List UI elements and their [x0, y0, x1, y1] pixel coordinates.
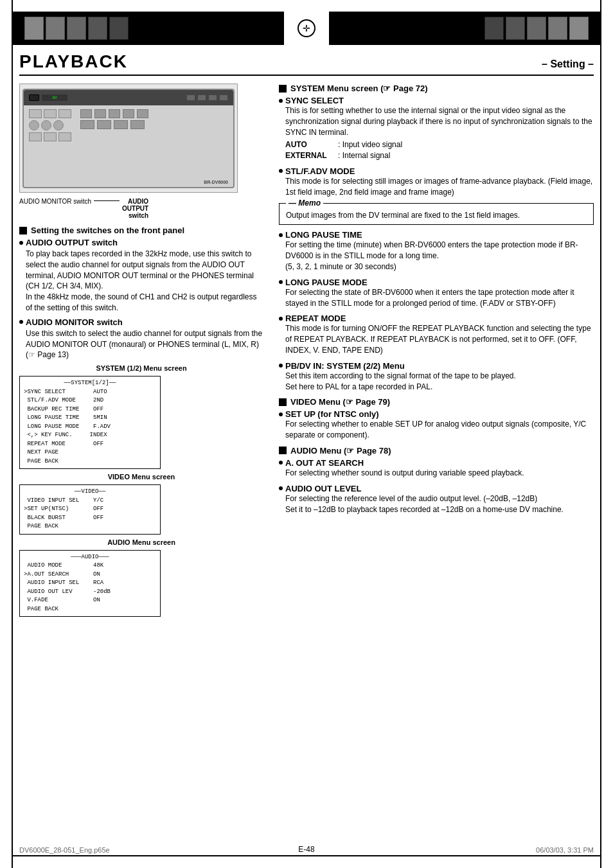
- d-knob3: [53, 120, 64, 130]
- stripe-panel-right: [484, 17, 589, 40]
- header-left: [12, 12, 284, 45]
- stripe2: [46, 17, 65, 40]
- audio-monitor-label-row: AUDIO MONITOR switch AUDIOOUTPUTswitch: [19, 198, 263, 219]
- sys-row-2: BACKUP REC TIME OFF: [24, 405, 156, 414]
- memo-body: Output images from the DV terminal are f…: [286, 210, 587, 221]
- stripe5: [109, 17, 129, 40]
- d-display: DV: [42, 94, 67, 101]
- audio-monitor-switch-text: AUDIO MONITOR switch: [19, 198, 91, 205]
- d-row1: [29, 109, 71, 118]
- set-up-title: SET UP (for NTSC only): [285, 409, 379, 419]
- pbdv-in-header: PB/DV IN: SYSTEM (2/2) Menu: [279, 361, 594, 371]
- aos-text: For selecting whether sound is output du…: [285, 468, 524, 477]
- d-knob1: [29, 120, 39, 130]
- video-menu-header: ——VIDEO——: [24, 488, 156, 497]
- audio-monitor-body: Use this switch to select the audio chan…: [26, 328, 263, 360]
- set-up-header: SET UP (for NTSC only): [279, 409, 594, 419]
- aol-dot-icon: [279, 486, 283, 490]
- lpt-dot-icon: [279, 233, 283, 237]
- audio-output-text: To play back tapes recorded in the 32kHz…: [26, 249, 257, 312]
- page-title: PLAYBACK: [19, 51, 128, 72]
- aud-row-2: AUDIO INPUT SEL RCA: [24, 579, 156, 588]
- a-out-search-header: A. OUT AT SEARCH: [279, 458, 594, 468]
- d-pb1: [80, 109, 92, 118]
- sync-select-text: This is for setting whether to use the i…: [285, 106, 592, 137]
- d-power: [29, 94, 39, 101]
- d-sel3: [114, 120, 128, 129]
- repeat-mode-title: REPEAT MODE: [285, 314, 346, 323]
- aud-row-4: V.FADE ON: [24, 596, 156, 605]
- pbdv-in-body: Set this item according to the signal fo…: [285, 371, 594, 393]
- sys-row-7: NEXT PAGE: [24, 448, 156, 457]
- system-menu-screen: ——SYSTEM[1/2]—— >SYNC SELECT AUTO STL/F.…: [19, 376, 161, 469]
- stripe-r3: [527, 17, 546, 40]
- d-btn2: [197, 94, 206, 101]
- sync-select-body: This is for setting whether to use the i…: [285, 105, 594, 161]
- auto-line: AUTO : Input video signal: [285, 139, 594, 150]
- long-pause-time-header: LONG PAUSE TIME: [279, 230, 594, 240]
- long-pause-mode-bullet: LONG PAUSE MODE For selecting the state …: [279, 278, 594, 309]
- sync-select-title: SYNC SELECT: [285, 96, 344, 105]
- d-slot5: [44, 132, 57, 141]
- aol-text: For selecting the reference level of the…: [285, 494, 564, 514]
- set-up-bullet: SET UP (for NTSC only) For selecting whe…: [279, 409, 594, 441]
- vid-row-1: >SET UP(NTSC) OFF: [24, 505, 156, 514]
- pbdv-dot-icon: [279, 364, 283, 368]
- audio-out-level-title: AUDIO OUT LEVEL: [285, 484, 361, 493]
- audio-monitor-title: AUDIO MONITOR switch: [26, 317, 123, 327]
- audio-output-header: AUDIO OUTPUT switch: [19, 238, 263, 247]
- footer-left: DV6000E_28-051_Eng.p65e: [19, 846, 110, 854]
- memo-label-icon: — Memo: [286, 199, 323, 208]
- long-pause-time-title: LONG PAUSE TIME: [285, 230, 362, 240]
- device-img-inner: DV: [20, 84, 237, 192]
- black-square-icon-r: [279, 85, 287, 93]
- a-out-search-title: A. OUT AT SEARCH: [285, 458, 364, 468]
- d-sel4: [130, 120, 145, 129]
- device-body: DV: [22, 89, 235, 188]
- sync-select-bullet: SYNC SELECT This is for setting whether …: [279, 96, 594, 161]
- video-menu-ref-title: VIDEO Menu (☞ Page 79): [290, 397, 390, 407]
- audio-output-body: To play back tapes recorded in the 32kHz…: [26, 249, 263, 314]
- audio-out-level-bullet: AUDIO OUT LEVEL For selecting the refere…: [279, 484, 594, 515]
- stripe1: [24, 17, 44, 40]
- d-row2: [29, 120, 71, 130]
- lpm-dot-icon: [279, 280, 283, 284]
- a-out-search-body: For selecting whether sound is output du…: [285, 468, 594, 479]
- right-column: SYSTEM Menu screen (☞ Page 72) SYNC SELE…: [279, 84, 594, 621]
- vid-row-2: BLACK BURST OFF: [24, 514, 156, 523]
- main-content: PLAYBACK – Setting – DV: [19, 51, 594, 842]
- audio-menu-section-header: AUDIO Menu (☞ Page 78): [279, 446, 594, 456]
- d-btn3: [208, 94, 217, 101]
- d-pb3: [109, 109, 120, 118]
- aud-row-5: PAGE BACK: [24, 605, 156, 614]
- d-center-controls: [80, 109, 228, 129]
- a-out-search-bullet: A. OUT AT SEARCH For selecting whether s…: [279, 458, 594, 479]
- pbdv-text: Set this item according to the signal fo…: [285, 371, 516, 391]
- left-column: DV: [19, 84, 263, 621]
- bullet-dot-icon2: [19, 320, 23, 324]
- d-play-row: [80, 109, 228, 118]
- stlf-adv-title: STL/F.ADV MODE: [285, 166, 355, 176]
- audio-menu-header: ———AUDIO———: [24, 553, 156, 562]
- audio-output-title: AUDIO OUTPUT switch: [26, 238, 118, 247]
- footer-right: 06/03/03, 3:31 PM: [536, 846, 594, 854]
- d-pb2: [94, 109, 106, 118]
- sync-select-header: SYNC SELECT: [279, 96, 594, 105]
- device-panel: BR-DV6000: [24, 105, 233, 145]
- d-left-controls: [29, 109, 71, 141]
- stlf-adv-body: This mode is for selecting still images …: [285, 176, 594, 198]
- system-menu-label: SYSTEM (1/2) Menu screen: [19, 364, 263, 372]
- vid-row-3: PAGE BACK: [24, 522, 156, 531]
- stripe4: [88, 17, 107, 40]
- long-pause-mode-title: LONG PAUSE MODE: [285, 278, 368, 287]
- page-subtitle: – Setting –: [542, 58, 594, 70]
- d-slot4: [29, 132, 42, 141]
- black-square-icon: [19, 227, 27, 235]
- d-knob2: [41, 120, 51, 130]
- video-menu-section-header: VIDEO Menu (☞ Page 79): [279, 397, 594, 407]
- d-slot2: [44, 109, 57, 118]
- sys-row-3: LONG PAUSE TIME 5MIN: [24, 414, 156, 423]
- title-section: PLAYBACK – Setting –: [19, 51, 594, 76]
- video-menu-label: VIDEO Menu screen: [19, 473, 263, 481]
- long-pause-time-bullet: LONG PAUSE TIME For setting the time (mi…: [279, 230, 594, 272]
